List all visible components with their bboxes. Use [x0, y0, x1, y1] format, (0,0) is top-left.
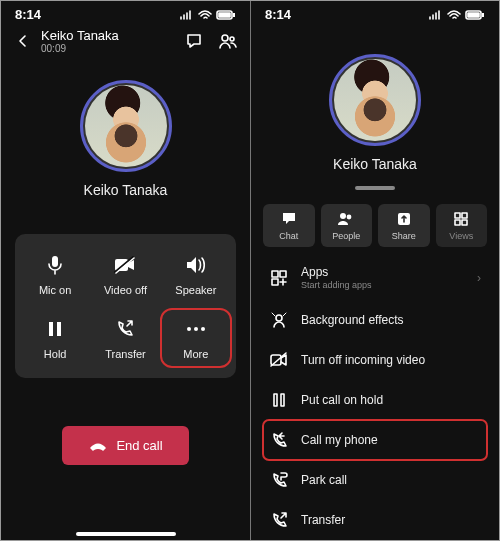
- menu-transfer[interactable]: Transfer: [263, 500, 487, 540]
- more-label: More: [183, 348, 208, 360]
- avatar: [85, 85, 167, 167]
- call-screen: 8:14 Keiko Tanaka 00:09 Keiko Tanaka Mic…: [1, 1, 250, 541]
- menu-call-my-phone-label: Call my phone: [301, 433, 481, 447]
- hold-button[interactable]: Hold: [23, 312, 87, 364]
- battery-icon: [216, 10, 236, 20]
- svg-rect-16: [482, 13, 484, 17]
- menu-background-effects[interactable]: Background effects: [263, 300, 487, 340]
- svg-point-11: [187, 327, 191, 331]
- transfer-button[interactable]: Transfer: [93, 312, 157, 364]
- svg-rect-1: [219, 13, 230, 17]
- hold-label: Hold: [44, 348, 67, 360]
- sheet-handle[interactable]: [355, 186, 395, 190]
- svg-point-17: [340, 213, 346, 219]
- mic-label: Mic on: [39, 284, 71, 296]
- svg-rect-21: [462, 213, 467, 218]
- call-header: Keiko Tanaka 00:09: [1, 24, 250, 62]
- share-label: Share: [392, 231, 416, 241]
- menu-transfer-label: Transfer: [301, 513, 481, 527]
- video-label: Video off: [104, 284, 147, 296]
- people-label: People: [332, 231, 360, 241]
- signal-icon: [180, 10, 194, 20]
- avatar-name: Keiko Tanaka: [333, 156, 417, 172]
- svg-rect-10: [57, 322, 61, 336]
- menu-apps-sub: Start adding apps: [301, 280, 465, 290]
- share-tile[interactable]: Share: [378, 204, 430, 247]
- svg-rect-24: [272, 271, 278, 277]
- menu-hold[interactable]: Put call on hold: [263, 380, 487, 420]
- svg-rect-20: [455, 213, 460, 218]
- back-button[interactable]: [13, 31, 33, 51]
- avatar-block: Keiko Tanaka: [251, 24, 499, 172]
- mic-button[interactable]: Mic on: [23, 248, 87, 300]
- svg-rect-2: [233, 13, 235, 17]
- svg-point-18: [347, 215, 352, 220]
- menu-hold-label: Put call on hold: [301, 393, 481, 407]
- avatar-ring: [80, 80, 172, 172]
- avatar-block: Keiko Tanaka: [1, 62, 250, 198]
- svg-point-4: [230, 37, 234, 41]
- menu-park-call[interactable]: Park call: [263, 460, 487, 500]
- svg-rect-31: [281, 394, 284, 406]
- callee-name: Keiko Tanaka: [41, 28, 176, 43]
- more-menu: Apps Start adding apps › Background effe…: [251, 255, 499, 540]
- end-call-button[interactable]: End call: [62, 426, 188, 465]
- svg-rect-15: [468, 13, 479, 17]
- svg-rect-26: [272, 279, 278, 285]
- views-label: Views: [449, 231, 473, 241]
- menu-park-label: Park call: [301, 473, 481, 487]
- signal-icon: [429, 10, 443, 20]
- status-icons: [429, 10, 485, 20]
- video-button[interactable]: Video off: [93, 248, 157, 300]
- wifi-icon: [198, 10, 212, 20]
- svg-rect-23: [462, 220, 467, 225]
- status-bar: 8:14: [251, 1, 499, 24]
- wifi-icon: [447, 10, 461, 20]
- menu-bg-label: Background effects: [301, 313, 481, 327]
- chat-icon[interactable]: [184, 31, 204, 51]
- menu-off-video-label: Turn off incoming video: [301, 353, 481, 367]
- people-icon[interactable]: [218, 31, 238, 51]
- views-tile[interactable]: Views: [436, 204, 488, 247]
- menu-turn-off-video[interactable]: Turn off incoming video: [263, 340, 487, 380]
- avatar: [334, 59, 416, 141]
- avatar-name: Keiko Tanaka: [84, 182, 168, 198]
- people-tile[interactable]: People: [321, 204, 373, 247]
- quick-actions: Chat People Share Views: [251, 204, 499, 247]
- clock: 8:14: [15, 7, 41, 22]
- status-bar: 8:14: [1, 1, 250, 24]
- avatar-ring: [329, 54, 421, 146]
- svg-point-12: [194, 327, 198, 331]
- svg-rect-25: [280, 271, 286, 277]
- menu-apps-label: Apps: [301, 265, 328, 279]
- svg-point-27: [276, 315, 282, 321]
- call-duration: 00:09: [41, 43, 176, 54]
- svg-point-3: [222, 35, 228, 41]
- chat-tile[interactable]: Chat: [263, 204, 315, 247]
- svg-point-13: [201, 327, 205, 331]
- more-menu-screen: 8:14 Keiko Tanaka Chat People Share View…: [250, 1, 499, 541]
- end-call-label: End call: [116, 438, 162, 453]
- speaker-label: Speaker: [175, 284, 216, 296]
- svg-rect-28: [271, 355, 281, 365]
- more-button[interactable]: More: [164, 312, 228, 364]
- transfer-label: Transfer: [105, 348, 146, 360]
- menu-apps[interactable]: Apps Start adding apps ›: [263, 255, 487, 300]
- clock: 8:14: [265, 7, 291, 22]
- chat-label: Chat: [279, 231, 298, 241]
- svg-rect-9: [49, 322, 53, 336]
- speaker-button[interactable]: Speaker: [164, 248, 228, 300]
- svg-rect-30: [274, 394, 277, 406]
- home-indicator[interactable]: [76, 532, 176, 536]
- svg-rect-22: [455, 220, 460, 225]
- menu-call-my-phone[interactable]: Call my phone: [263, 420, 487, 460]
- chevron-right-icon: ›: [477, 271, 481, 285]
- svg-rect-5: [52, 256, 58, 267]
- status-icons: [180, 10, 236, 20]
- battery-icon: [465, 10, 485, 20]
- control-panel: Mic on Video off Speaker Hold Transfer M…: [15, 234, 236, 378]
